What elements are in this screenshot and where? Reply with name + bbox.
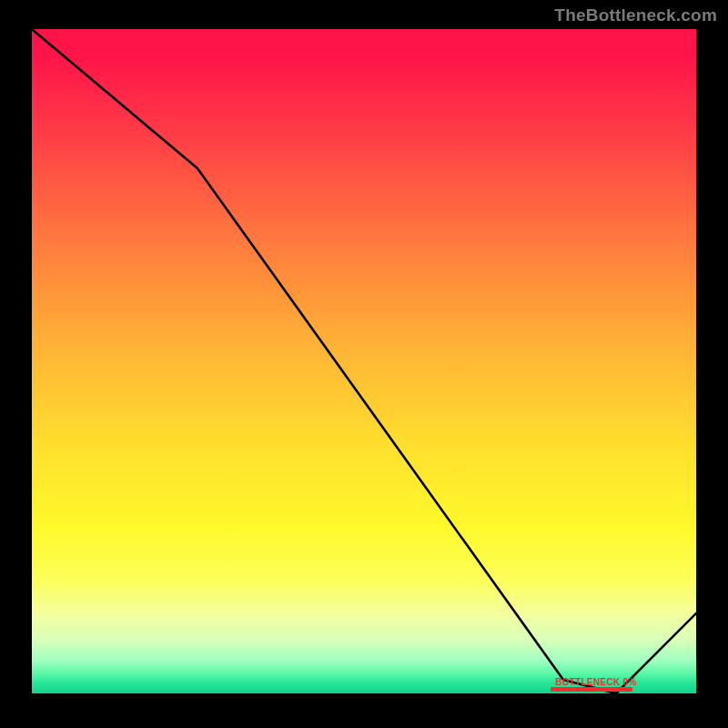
bottleneck-label: BOTTLENECK 0% xyxy=(555,677,636,687)
bottleneck-curve xyxy=(32,29,696,693)
watermark-text: TheBottleneck.com xyxy=(554,5,717,25)
chart-container: TheBottleneck.com BOTTLENECK 0% xyxy=(0,0,728,728)
line-plot xyxy=(32,29,696,693)
min-marker xyxy=(551,687,632,692)
plot-area: BOTTLENECK 0% xyxy=(32,29,696,693)
